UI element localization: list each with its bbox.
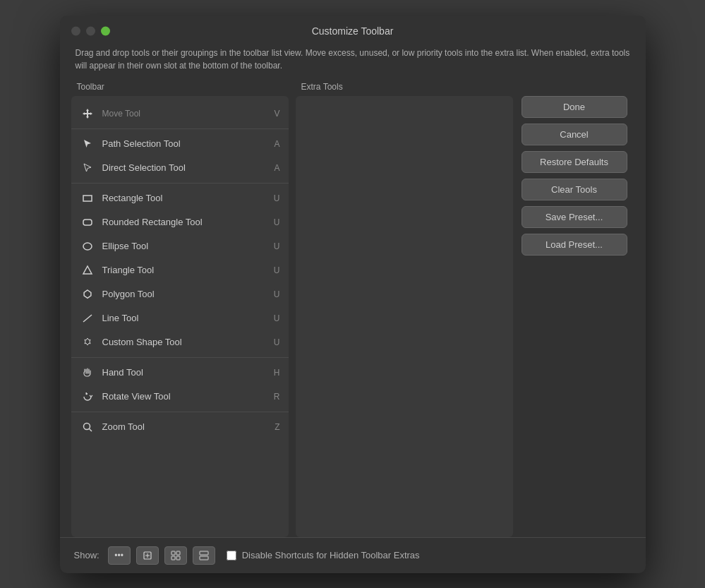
tool-group-shapes: Rectangle Tool U Rounded Rectangle Tool: [71, 184, 289, 358]
hand-icon: [80, 365, 95, 380]
svg-rect-14: [200, 556, 208, 560]
maximize-button[interactable]: [101, 26, 110, 35]
tool-shortcut: U: [274, 217, 280, 227]
bottom-bar: Show: ••• Dis: [60, 537, 646, 573]
tool-shortcut: U: [274, 193, 280, 203]
list-item[interactable]: Polygon Tool U: [71, 282, 289, 306]
direct-selection-icon: [80, 160, 95, 176]
list-item[interactable]: Rounded Rectangle Tool U: [71, 210, 289, 234]
list-item[interactable]: Direct Selection Tool A: [71, 156, 289, 180]
tool-group-top: Move Tool V: [71, 99, 289, 129]
tool-shortcut: A: [274, 139, 279, 149]
svg-line-5: [89, 428, 92, 431]
svg-rect-1: [83, 220, 92, 225]
custom-shape-icon: [80, 335, 95, 350]
show-dots-button[interactable]: •••: [108, 546, 131, 565]
extra-tools-column: Extra Tools: [296, 82, 513, 537]
tool-label: Line Tool: [102, 313, 268, 323]
right-panel: Done Cancel Restore Defaults Clear Tools…: [522, 82, 634, 537]
tool-shortcut: U: [274, 241, 280, 251]
path-selection-icon: [80, 136, 95, 152]
show-single-col-button[interactable]: [136, 546, 159, 565]
polygon-icon: [80, 287, 95, 302]
toolbar-column-header: Toolbar: [71, 82, 289, 96]
svg-rect-13: [200, 551, 208, 555]
svg-point-2: [83, 243, 92, 250]
tool-group-selection: Path Selection Tool A Direct Selection T…: [71, 129, 289, 184]
tool-label: Zoom Tool: [102, 421, 270, 432]
list-item[interactable]: Zoom Tool Z: [71, 415, 289, 439]
triangle-icon: [80, 263, 95, 278]
list-item[interactable]: Ellipse Tool U: [71, 234, 289, 258]
list-item[interactable]: Rotate View Tool R: [71, 385, 289, 409]
close-button[interactable]: [71, 26, 80, 35]
main-content: Toolbar Move Tool: [60, 82, 646, 537]
tool-shortcut: U: [274, 265, 280, 275]
show-grid-button[interactable]: [164, 546, 187, 565]
title-bar: Customize Toolbar: [60, 16, 646, 47]
svg-point-4: [83, 423, 90, 429]
checkbox-label: Disable Shortcuts for Hidden Toolbar Ext…: [242, 550, 420, 560]
tool-label: Rounded Rectangle Tool: [102, 217, 268, 227]
tool-shortcut: V: [274, 109, 279, 119]
show-list-button[interactable]: [193, 546, 215, 565]
tool-label: Rotate View Tool: [102, 391, 268, 402]
load-preset-button[interactable]: Load Preset...: [522, 234, 627, 256]
svg-line-3: [83, 315, 92, 322]
line-icon: [80, 311, 95, 326]
toolbar-scroll[interactable]: Move Tool V: [71, 96, 289, 537]
list-item[interactable]: Triangle Tool U: [71, 258, 289, 282]
svg-rect-12: [176, 556, 180, 560]
tool-shortcut: R: [274, 392, 280, 402]
tool-group-view: Hand Tool H: [71, 358, 289, 412]
tool-shortcut: U: [274, 337, 280, 347]
save-preset-button[interactable]: Save Preset...: [522, 206, 627, 228]
customize-toolbar-dialog: Customize Toolbar Drag and drop tools or…: [60, 16, 646, 573]
tool-shortcut: Z: [275, 422, 279, 432]
show-label: Show:: [74, 550, 100, 560]
tool-label: Move Tool: [102, 109, 269, 119]
ellipse-icon: [80, 239, 95, 254]
disable-shortcuts-checkbox[interactable]: [227, 551, 236, 560]
clear-tools-button[interactable]: Clear Tools: [522, 179, 627, 200]
list-item[interactable]: Hand Tool H: [71, 361, 289, 385]
grid-icon: [171, 551, 181, 560]
description-text: Drag and drop tools or their groupings i…: [60, 47, 646, 82]
window-controls: [71, 26, 110, 35]
tool-label: Path Selection Tool: [102, 138, 269, 149]
cancel-button[interactable]: Cancel: [522, 124, 627, 145]
tool-shortcut: U: [274, 313, 280, 323]
columns-wrapper: Toolbar Move Tool: [71, 82, 513, 537]
toolbar-panel: Move Tool V: [71, 96, 289, 537]
minimize-button[interactable]: [86, 26, 95, 35]
dialog-title: Customize Toolbar: [312, 25, 394, 37]
zoom-icon: [80, 419, 95, 435]
list-icon: [199, 551, 209, 560]
toolbar-column: Toolbar Move Tool: [71, 82, 289, 537]
single-col-icon: [143, 551, 152, 560]
svg-rect-10: [176, 551, 180, 555]
tool-shortcut: H: [274, 368, 280, 378]
list-item[interactable]: Line Tool U: [71, 306, 289, 330]
list-item[interactable]: Path Selection Tool A: [71, 132, 289, 156]
extra-tools-header: Extra Tools: [296, 82, 513, 96]
rotate-view-icon: [80, 389, 95, 404]
rectangle-icon: [80, 191, 95, 206]
tool-label: Ellipse Tool: [102, 241, 268, 251]
checkbox-area: Disable Shortcuts for Hidden Toolbar Ext…: [227, 550, 420, 560]
svg-rect-11: [171, 556, 175, 560]
tool-group-zoom: Zoom Tool Z: [71, 412, 289, 442]
tool-label: Polygon Tool: [102, 289, 268, 299]
svg-rect-0: [83, 196, 92, 201]
tool-label: Rectangle Tool: [102, 193, 268, 203]
tool-label: Triangle Tool: [102, 265, 268, 275]
extra-tools-panel[interactable]: [296, 96, 513, 537]
restore-defaults-button[interactable]: Restore Defaults: [522, 151, 627, 173]
list-item[interactable]: Custom Shape Tool U: [71, 330, 289, 354]
done-button[interactable]: Done: [522, 96, 627, 118]
tool-label: Hand Tool: [102, 367, 268, 378]
tool-label: Direct Selection Tool: [102, 162, 269, 173]
list-item[interactable]: Move Tool V: [71, 102, 289, 126]
list-item[interactable]: Rectangle Tool U: [71, 186, 289, 210]
tool-label: Custom Shape Tool: [102, 337, 268, 347]
